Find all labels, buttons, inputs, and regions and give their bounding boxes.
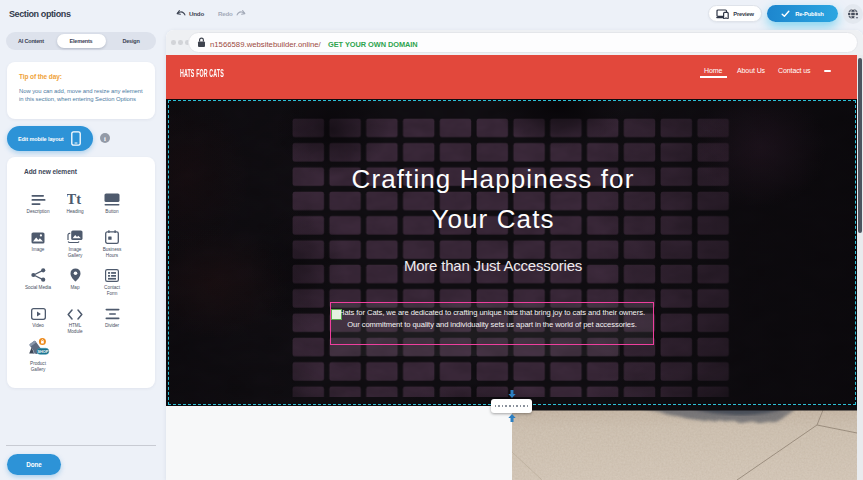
language-button[interactable] (843, 4, 863, 24)
window-dot-2 (178, 40, 183, 45)
redo-icon[interactable] (236, 9, 246, 18)
tab-ai-content[interactable]: AI Content (6, 32, 56, 50)
element-label: Product Gallery (16, 361, 60, 373)
tab-elements[interactable]: Elements (56, 32, 106, 50)
svg-text:Tt: Tt (67, 192, 81, 206)
preview-devices-icon (716, 9, 729, 19)
tip-title: Tip of the day: (19, 73, 62, 80)
element-label: Business Hours (90, 247, 134, 259)
nav-about[interactable]: About Us (737, 67, 765, 74)
phone-icon (71, 131, 81, 146)
divider-icon (90, 304, 134, 320)
preview-label: Preview (733, 11, 754, 17)
preview-button[interactable]: Preview (708, 5, 762, 22)
add-element-divider[interactable]: Divider (90, 304, 134, 329)
globe-icon (847, 8, 860, 21)
tab-design[interactable]: Design (106, 32, 156, 50)
nav-contact[interactable]: Contact us (778, 67, 810, 74)
sidebar-divider (6, 445, 156, 446)
site-url: n1566589.websitebuilder.online/ (210, 40, 321, 49)
undo-button[interactable]: Undo (189, 10, 204, 17)
site-header: HATS FOR CATS Home About Us Contact us (166, 55, 857, 99)
hero-section[interactable]: Crafting Happiness forYour Cats More tha… (166, 99, 857, 406)
republish-button[interactable]: Re-Publish (767, 5, 838, 22)
nav-more-icon[interactable] (824, 70, 831, 72)
nav-home[interactable]: Home (704, 67, 722, 74)
tip-body: Now you can add, move and resize any ele… (19, 88, 155, 104)
edit-mobile-layout-label: Edit mobile layout (18, 136, 64, 142)
check-icon (781, 10, 790, 18)
add-element-button[interactable]: Button (90, 190, 134, 215)
grip-dots-icon (495, 405, 529, 407)
add-element-title: Add new element (24, 168, 77, 175)
business-hours-icon (90, 228, 134, 244)
arrow-down-icon (507, 390, 516, 398)
element-label: Divider (90, 323, 134, 329)
edit-mobile-layout-button[interactable]: Edit mobile layout (7, 126, 93, 151)
pavement-image (512, 406, 857, 480)
tip-card: Tip of the day: Now you can add, move an… (7, 62, 155, 119)
product-gallery-icon: SHOP (16, 337, 60, 358)
scrollbar-thumb[interactable] (858, 58, 862, 233)
lock-icon (197, 37, 206, 48)
page-title: Section options (9, 9, 71, 19)
section-height-drag-handle[interactable] (491, 399, 532, 413)
sidebar-tabs: AI Content Elements Design (6, 32, 156, 50)
done-label: Done (26, 461, 41, 468)
redo-button[interactable]: Redo (218, 10, 233, 17)
add-element-panel: Add new element Description Tt Heading B… (7, 157, 155, 388)
element-label: Button (90, 209, 134, 215)
shop-badge: SHOP (38, 350, 49, 354)
website-viewport: HATS FOR CATS Home About Us Contact us (166, 55, 857, 480)
browser-chrome-bar: n1566589.websitebuilder.online/ GET YOUR… (166, 30, 863, 55)
add-element-business-hours[interactable]: Business Hours (90, 228, 134, 259)
arrow-up-icon (507, 414, 516, 422)
done-button[interactable]: Done (7, 454, 61, 475)
window-dot-1 (171, 40, 176, 45)
undo-icon[interactable] (176, 9, 186, 18)
get-domain-link[interactable]: GET YOUR OWN DOMAIN (328, 40, 418, 49)
add-element-product-gallery[interactable]: SHOP Product Gallery (16, 337, 60, 373)
site-logo[interactable]: HATS FOR CATS (180, 66, 224, 79)
site-preview-panel: n1566589.websitebuilder.online/ GET YOUR… (166, 30, 863, 480)
contact-form-icon (90, 266, 134, 282)
republish-label: Re-Publish (795, 11, 823, 17)
button-icon (90, 190, 134, 206)
address-bar[interactable]: n1566589.websitebuilder.online/ GET YOUR… (188, 32, 858, 53)
nav-home-underline (700, 76, 727, 78)
history-controls: Undo Redo (176, 6, 246, 20)
info-icon[interactable]: i (100, 133, 110, 143)
add-element-contact-form[interactable]: Contact Form (90, 266, 134, 297)
preview-scrollbar[interactable] (857, 55, 863, 480)
element-label: Contact Form (90, 285, 134, 297)
section-selection-border (168, 100, 856, 405)
